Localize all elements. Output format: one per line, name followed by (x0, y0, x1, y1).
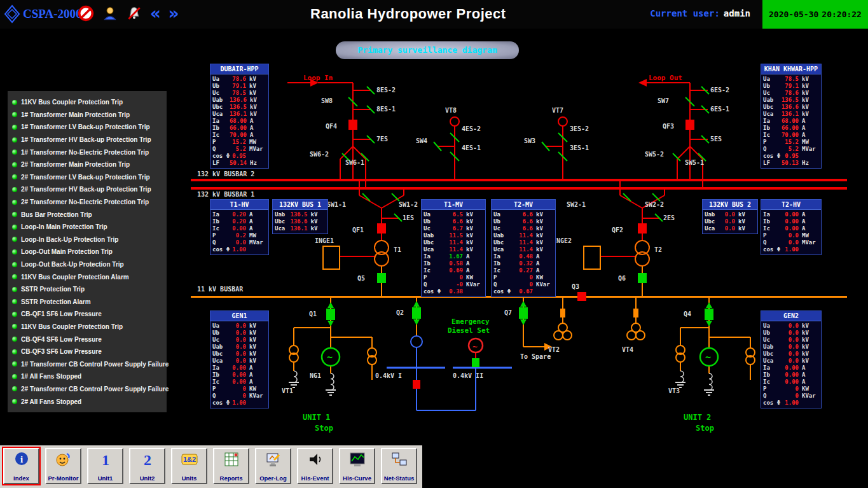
page-forward-icon[interactable]: » (169, 6, 179, 21)
panel-title: T1-MV (422, 200, 485, 210)
measurement-row: P0.2MW (212, 232, 266, 239)
toolbar-button-operlog[interactable]: Oper-Log (255, 448, 291, 484)
alarm-item[interactable]: 2# All Fans Stopped (8, 395, 167, 408)
measurement-row: P0KW (424, 274, 483, 281)
breaker-QF4[interactable] (348, 120, 357, 130)
measure-unit: A (799, 372, 819, 379)
alarm-label: 2# All Fans Stopped (21, 398, 81, 405)
toolbar-button-index[interactable]: iIndex (3, 448, 39, 484)
alarm-item[interactable]: 11KV Bus Coupler Protection Trip (8, 321, 167, 333)
measure-unit: A (247, 132, 266, 139)
INGE2-box[interactable] (584, 246, 600, 269)
app-logo[interactable]: CSPA-2000 (4, 4, 82, 24)
alarm-item[interactable]: CB-QF4 SF6 Low Pressure (8, 333, 167, 345)
VT2-device[interactable] (554, 331, 563, 340)
alarm-item[interactable]: 2# Transformer Main Protection Trip (8, 158, 167, 171)
alarm-item[interactable]: 2# Transformer CB Control Power Supply F… (8, 383, 167, 396)
measure-value: 136.6 (230, 97, 247, 104)
toolbar-button-hisevent[interactable]: His-Event (297, 448, 333, 484)
toolbar-button-unit1[interactable]: 1Unit1 (87, 448, 123, 484)
VT4-device[interactable] (627, 331, 636, 340)
toolbar-button-unit2[interactable]: 2Unit2 (129, 448, 165, 484)
breaker-VT2-fuse[interactable] (560, 309, 565, 317)
alarm-item[interactable]: 1# Transformer LV Back-up Protection Tri… (8, 121, 167, 134)
breaker-Q7[interactable] (519, 307, 528, 319)
alarm-item[interactable]: 1# Transformer HV Back-up Protection Tri… (8, 134, 167, 146)
breaker-QF1[interactable] (377, 223, 386, 234)
breaker-QF3[interactable] (685, 120, 694, 130)
alarm-item[interactable]: 2# Transformer HV Back-up Protection Tri… (8, 183, 167, 196)
measurement-row: Uab0.0kV (763, 344, 819, 351)
alarm-label: 2# Transformer LV Back-up Protection Tri… (21, 174, 150, 181)
VT7-device[interactable] (558, 117, 567, 126)
page-back-icon[interactable]: « (150, 6, 161, 21)
alarm-item[interactable]: 1# Transformer Main Protection Trip (8, 109, 167, 122)
wire (620, 195, 642, 208)
toolbar-button-hiscurve[interactable]: His-Curve (339, 448, 375, 484)
block-icon[interactable] (78, 5, 94, 22)
alarm-item[interactable]: 1# All Fans Stopped (8, 370, 167, 383)
toolbar-button-netstatus[interactable]: Net-Status (381, 448, 417, 484)
alarm-item[interactable]: SSTR Protection Alarm (8, 296, 167, 309)
VT8-device[interactable] (450, 117, 459, 126)
panel-title: 132KV BUS 1 (273, 200, 327, 210)
breaker-Q3[interactable] (577, 292, 586, 301)
alarm-item[interactable]: 11KV Bus Coupler Protection Trip (8, 96, 167, 109)
station-transformer[interactable] (411, 336, 422, 347)
breaker-Q5[interactable] (377, 273, 386, 283)
alarm-item[interactable]: 1# Transformer CB Control Power Supply F… (8, 358, 167, 370)
alarm-item[interactable]: 1# Transformer No-Electric Protection Tr… (8, 146, 167, 158)
toolbar-button-prmonitor[interactable]: Pr-Monitor (45, 448, 81, 484)
measure-unit: kV (247, 104, 266, 111)
breaker-Q4[interactable] (705, 309, 713, 320)
toolbar-button-reports[interactable]: Reports (213, 448, 249, 484)
measure-label: Q (424, 281, 441, 288)
INGE1-box[interactable] (323, 246, 340, 269)
measurement-row: P0.0MW (763, 232, 819, 239)
VT2-device[interactable] (563, 331, 572, 340)
measurement-row: Uc78.6kV (763, 90, 819, 97)
measure-value: 6.5 (441, 211, 463, 218)
breaker-diesel-breaker[interactable] (472, 358, 479, 367)
wire (677, 146, 690, 159)
datetime-display: 2020-05-30 20:20:22 (762, 0, 868, 29)
measure-label: Uc (493, 225, 511, 232)
device-label-es3_1: 3ES-1 (570, 144, 589, 151)
device-label-sw6_1: SW6-1 (345, 159, 364, 166)
measure-value: 0.00 (230, 365, 246, 372)
device-label-vt8: VT8 (445, 107, 457, 114)
alarm-item[interactable]: Bus Bar Protection Trip (8, 208, 167, 221)
breaker-Q2[interactable] (412, 307, 421, 319)
alarm-item[interactable]: 11KV Bus Coupler Protection Alarm (8, 270, 167, 283)
breaker-VT4-fuse[interactable] (633, 309, 638, 317)
measure-value: 50.13 (781, 160, 799, 167)
measure-value: 0 (230, 386, 246, 393)
toolbar-button-units[interactable]: 1&2Units (171, 448, 207, 484)
VT4-device[interactable] (636, 331, 645, 340)
alarm-item[interactable]: CB-QF3 SF6 Low Pressure (8, 345, 167, 358)
breaker-Q6[interactable] (638, 273, 647, 283)
alarm-mute-icon[interactable] (126, 5, 142, 22)
time-value: 20:20:22 (822, 10, 862, 19)
alarm-item[interactable]: Loop-In Main Protection Trip (8, 221, 167, 234)
user-account-icon[interactable] (102, 5, 118, 22)
alarm-led-icon (12, 324, 17, 329)
alarm-item[interactable]: 2# Transformer LV Back-up Protection Tri… (8, 171, 167, 184)
breaker-Q1[interactable] (326, 309, 335, 320)
measurement-row: Ia0.00A (763, 365, 819, 372)
alarm-item[interactable]: Loop-Out Main Protection Trip (8, 246, 167, 258)
alarm-item[interactable]: CB-QF1 SF6 Low Pressure (8, 308, 167, 321)
breaker-QF2[interactable] (638, 223, 647, 234)
measure-unit: kV (799, 104, 819, 111)
device-label-q6: Q6 (618, 275, 626, 282)
alarm-item[interactable]: Loop-In Back-Up Protection Trip (8, 234, 167, 246)
measurement-row: Q5.2MVar (212, 146, 266, 153)
measure-value: 15.2 (230, 139, 246, 146)
alarm-item[interactable]: SSTR Protection Trip (8, 283, 167, 296)
panel-t2mv: T2-MVUa6.6kVUb6.6kVUc6.6kVUab11.4kVUbc11… (491, 199, 556, 297)
breaker-LV-tie-breaker[interactable] (413, 380, 420, 389)
measure-label: Q (763, 393, 781, 400)
measure-unit: MVar (799, 146, 819, 153)
alarm-item[interactable]: Loop-Out Back-Up Protection Trip (8, 258, 167, 271)
alarm-item[interactable]: 2# Transformer No-Electric Protection Tr… (8, 196, 167, 209)
